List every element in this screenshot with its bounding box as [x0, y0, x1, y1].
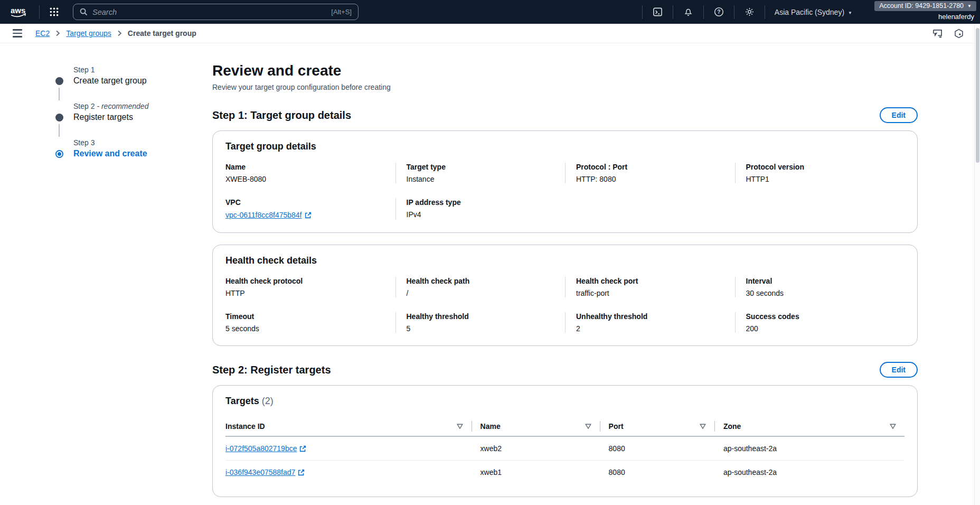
- field-healthy-threshold: Healthy threshold 5: [395, 312, 566, 333]
- hamburger-menu-icon[interactable]: [13, 29, 22, 38]
- help-icon[interactable]: ?: [706, 0, 732, 24]
- field-success-codes: Success codes 200: [735, 312, 905, 333]
- region-selector[interactable]: Asia Pacific (Sydney): [767, 8, 860, 16]
- step-kicker: Step 1: [73, 66, 147, 74]
- section-step2-header: Step 2: Register targets Edit: [212, 362, 918, 378]
- breadcrumb-link-ec2[interactable]: EC2: [35, 29, 50, 38]
- topbar-divider: [39, 5, 40, 19]
- page-title: Review and create: [212, 62, 918, 79]
- field-vpc: VPC vpc-0611f8cc8f475b84f: [225, 198, 395, 220]
- search-input[interactable]: Search [Alt+S]: [73, 4, 359, 20]
- column-header-name[interactable]: Name: [472, 417, 600, 436]
- target-group-details-card: Target group details Name XWEB-8080 Targ…: [212, 130, 918, 233]
- topbar-divider: [765, 5, 765, 19]
- filter-icon[interactable]: [700, 424, 706, 429]
- field-health-check-port: Health check port traffic-port: [565, 277, 735, 297]
- search-shortcut: [Alt+S]: [331, 8, 352, 16]
- search-placeholder: Search: [92, 8, 326, 16]
- section-step2-heading: Step 2: Register targets: [212, 364, 331, 376]
- step-bullet-done: [55, 114, 63, 121]
- aws-logo-text: aws: [11, 6, 25, 15]
- cell-instance-id: i-072f505a802719bce: [225, 437, 472, 460]
- vpc-link[interactable]: vpc-0611f8cc8f475b84f: [225, 211, 312, 219]
- step-kicker: Step 2 - recommended: [73, 102, 148, 110]
- main-panel: Review and create Review your target gro…: [212, 62, 918, 505]
- scrollbar-thumb[interactable]: [976, 28, 979, 163]
- column-header-port[interactable]: Port: [600, 417, 714, 436]
- search-icon: [80, 8, 88, 16]
- table-row: i-072f505a802719bce xweb2 8080 ap-southe…: [225, 437, 904, 461]
- filter-icon[interactable]: [890, 424, 896, 429]
- wizard-step-nav: Step 1 Create target group Step 2 - reco…: [55, 62, 212, 505]
- targets-card: Targets (2) Instance ID Name Port: [212, 385, 918, 497]
- chevron-down-icon: [967, 2, 972, 10]
- step-item-register-targets: Step 2 - recommended Register targets: [55, 102, 212, 138]
- section-step1-heading: Step 1: Target group details: [212, 109, 351, 121]
- cell-name: xweb1: [472, 461, 600, 484]
- filter-icon[interactable]: [585, 424, 591, 429]
- step-label-active: Review and create: [73, 149, 147, 158]
- top-navigation-bar: aws Search [Alt+S]: [0, 0, 980, 24]
- svg-text:?: ?: [717, 9, 720, 15]
- card-title: Health check details: [225, 255, 904, 266]
- topbar-divider: [734, 5, 734, 19]
- column-header-instance-id[interactable]: Instance ID: [225, 417, 472, 436]
- external-link-icon: [305, 212, 312, 219]
- targets-count: (2): [262, 396, 274, 406]
- step-connector: [59, 88, 60, 100]
- notifications-bell-icon[interactable]: [675, 0, 701, 24]
- step-label: Register targets: [73, 113, 148, 122]
- filter-icon[interactable]: [457, 424, 463, 429]
- field-health-check-path: Health check path /: [395, 277, 566, 297]
- amazon-q-hexagon-icon[interactable]: [954, 28, 964, 39]
- cell-zone: ap-southeast-2a: [714, 437, 904, 460]
- page-subtitle: Review your target group configuration b…: [212, 83, 918, 91]
- aws-logo[interactable]: aws: [10, 5, 29, 19]
- topbar-divider: [642, 5, 643, 19]
- step-label: Create target group: [73, 76, 147, 86]
- instance-link[interactable]: i-036f943e07588fad7: [225, 468, 305, 476]
- external-link-icon: [298, 469, 305, 476]
- cell-port: 8080: [600, 437, 714, 460]
- apps-grid-icon[interactable]: [42, 0, 67, 24]
- step-connector: [59, 124, 60, 137]
- cell-port: 8080: [600, 461, 714, 484]
- field-health-check-protocol: Health check protocol HTTP: [225, 277, 395, 297]
- field-protocol-version: Protocol version HTTP1: [735, 163, 905, 183]
- field-interval: Interval 30 seconds: [735, 277, 905, 297]
- health-check-details-card: Health check details Health check protoc…: [212, 245, 918, 346]
- window-cursor-icon[interactable]: [932, 29, 943, 39]
- vertical-scrollbar[interactable]: [974, 24, 980, 505]
- topbar-divider: [703, 5, 704, 19]
- field-timeout: Timeout 5 seconds: [225, 312, 395, 333]
- breadcrumb-link-target-groups[interactable]: Target groups: [66, 29, 111, 38]
- card-title: Target group details: [225, 141, 904, 152]
- page-content: Step 1 Create target group Step 2 - reco…: [0, 43, 980, 505]
- step-bullet-active: [55, 150, 63, 158]
- settings-gear-icon[interactable]: [737, 0, 762, 24]
- cell-name: xweb2: [472, 437, 600, 460]
- account-id-menu[interactable]: Account ID: 9429-1851-2780: [874, 1, 976, 11]
- edit-step1-button[interactable]: Edit: [880, 107, 918, 123]
- step-item-create-target-group: Step 1 Create target group: [55, 66, 212, 102]
- table-row: i-036f943e07588fad7 xweb1 8080 ap-southe…: [225, 461, 904, 484]
- breadcrumb-current: Create target group: [128, 29, 196, 38]
- cloudshell-icon[interactable]: [645, 0, 671, 24]
- step-bullet-done: [55, 77, 63, 85]
- username-label: helenaferdy: [938, 13, 974, 21]
- edit-step2-button[interactable]: Edit: [880, 362, 918, 378]
- step-recommended-label: - recommended: [97, 102, 148, 110]
- external-link-icon: [299, 445, 306, 452]
- field-target-type: Target type Instance: [395, 163, 566, 183]
- section-step1-header: Step 1: Target group details Edit: [212, 107, 918, 123]
- breadcrumb-chevron-icon: [55, 30, 60, 36]
- step-item-review-and-create: Step 3 Review and create: [55, 138, 212, 172]
- breadcrumb-bar: EC2 Target groups Create target group: [0, 24, 980, 43]
- field-protocol-port: Protocol : Port HTTP: 8080: [565, 163, 735, 183]
- field-unhealthy-threshold: Unhealthy threshold 2: [565, 312, 735, 333]
- breadcrumb-chevron-icon: [117, 30, 122, 36]
- topbar-divider: [673, 5, 673, 19]
- instance-link[interactable]: i-072f505a802719bce: [225, 444, 306, 453]
- column-header-zone[interactable]: Zone: [714, 417, 904, 436]
- breadcrumb-right-icons: [932, 28, 964, 39]
